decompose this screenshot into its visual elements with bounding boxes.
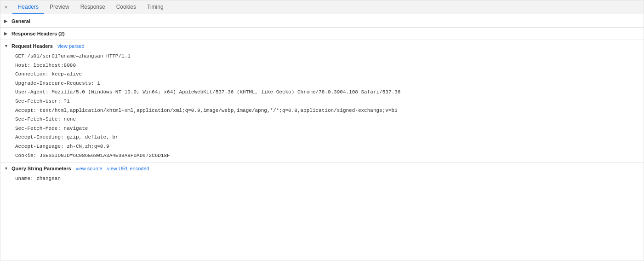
param-value: zhangsan xyxy=(36,176,61,181)
content-area: General Response Headers (2) Request Hea… xyxy=(0,14,644,186)
general-label: General xyxy=(11,18,30,24)
param-name: uname: xyxy=(15,176,36,181)
tab-preview[interactable]: Preview xyxy=(44,0,75,14)
request-header-line: Upgrade-Insecure-Requests: 1 xyxy=(11,79,644,88)
general-section-header[interactable]: General xyxy=(0,16,644,26)
tab-bar: × Headers Preview Response Cookies Timin… xyxy=(0,0,644,14)
response-headers-label: Response Headers (2) xyxy=(11,31,65,36)
request-header-line: Sec-Fetch-Mode: navigate xyxy=(11,124,644,133)
request-header-line: GET /s01/ser01?uname=zhangsan HTTP/1.1 xyxy=(11,52,644,61)
tab-timing[interactable]: Timing xyxy=(142,0,169,14)
query-param-line: uname: zhangsan xyxy=(11,174,644,184)
request-header-line: Accept-Language: zh-CN,zh;q=0.9 xyxy=(11,142,644,151)
view-parsed-link[interactable]: view parsed xyxy=(57,43,85,49)
close-icon[interactable]: × xyxy=(4,4,8,10)
view-source-link[interactable]: view source xyxy=(76,166,103,171)
response-headers-section-header[interactable]: Response Headers (2) xyxy=(0,29,644,39)
request-headers-label: Request Headers xyxy=(11,43,53,49)
devtools-panel: × Headers Preview Response Cookies Timin… xyxy=(0,0,644,261)
general-arrow-icon xyxy=(4,19,10,23)
tab-cookies[interactable]: Cookies xyxy=(111,0,142,14)
divider-2 xyxy=(0,40,644,40)
request-header-line: Connection: keep-alive xyxy=(11,70,644,79)
query-string-section: Query String Parameters view source view… xyxy=(0,163,644,185)
request-headers-content: GET /s01/ser01?uname=zhangsan HTTP/1.1Ho… xyxy=(0,51,644,161)
query-string-arrow-icon xyxy=(4,166,10,171)
view-url-encoded-link[interactable]: view URL encoded xyxy=(107,166,149,171)
query-params-content: uname: zhangsan xyxy=(0,174,644,185)
request-header-line: Accept: text/html,application/xhtml+xml,… xyxy=(11,106,644,116)
request-headers-section-header[interactable]: Request Headers view parsed xyxy=(0,41,644,51)
divider-1 xyxy=(0,27,644,28)
request-header-line: Sec-Fetch-Site: none xyxy=(11,115,644,124)
request-header-line: Host: localhost:8080 xyxy=(11,61,644,70)
request-headers-arrow-icon xyxy=(4,44,10,48)
tab-headers[interactable]: Headers xyxy=(12,0,44,14)
request-header-line: User-Agent: Mozilla/5.0 (Windows NT 10.0… xyxy=(11,88,644,97)
response-headers-arrow-icon xyxy=(4,31,10,36)
divider-3 xyxy=(0,162,644,162)
query-string-section-header[interactable]: Query String Parameters view source view… xyxy=(0,163,644,174)
request-header-line: Cookie: JSESSIONID=6C086E6801A3A4E38A8FD… xyxy=(11,151,644,161)
query-string-label: Query String Parameters xyxy=(11,166,71,171)
request-header-line: Sec-Fetch-User: ?1 xyxy=(11,97,644,106)
tab-response[interactable]: Response xyxy=(75,0,111,14)
request-header-line: Accept-Encoding: gzip, deflate, br xyxy=(11,133,644,142)
